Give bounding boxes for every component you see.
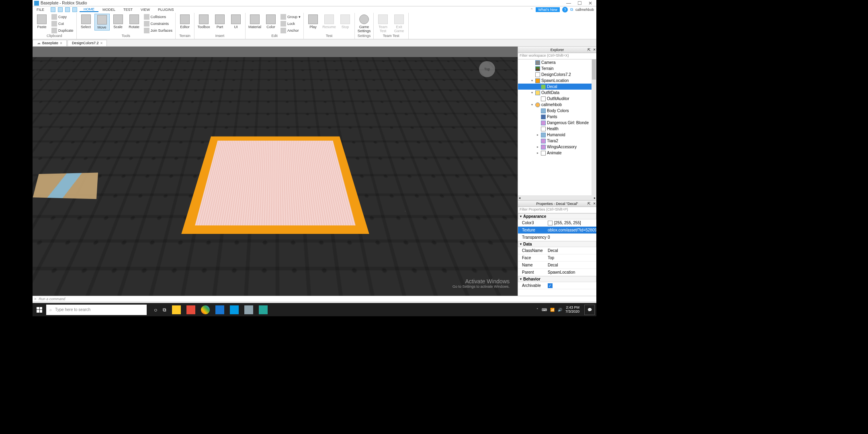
- tree-row[interactable]: Body Colors: [518, 108, 596, 114]
- prop-transparency[interactable]: Transparency 0: [518, 234, 596, 241]
- command-bar[interactable]: > Run a command: [33, 296, 596, 301]
- qat-undo-icon[interactable]: [58, 7, 63, 12]
- team-test-button[interactable]: Team Test: [375, 14, 391, 34]
- group-button[interactable]: Group ▾: [279, 14, 302, 20]
- task-view-icon[interactable]: ⧉: [163, 307, 166, 313]
- tree-row[interactable]: ▸Humanoid: [518, 132, 596, 138]
- cut-button[interactable]: Cut: [50, 20, 75, 27]
- join-surfaces-button[interactable]: Join Surfaces: [143, 27, 174, 34]
- input-icon[interactable]: ⌨: [542, 308, 547, 312]
- doc-tab-designcolors[interactable]: DesignColors7.2 ×: [68, 40, 107, 46]
- resume-button[interactable]: Resume: [321, 14, 337, 30]
- view-cube[interactable]: Top: [479, 61, 495, 77]
- user-name[interactable]: callmehbob: [575, 8, 594, 12]
- tree-row[interactable]: ▸WingsAccessory: [518, 144, 596, 150]
- tree-row[interactable]: Health: [518, 126, 596, 132]
- tab-test[interactable]: TEST: [119, 8, 137, 12]
- collisions-toggle[interactable]: Collisions: [143, 14, 174, 20]
- color-button[interactable]: Color: [263, 14, 278, 30]
- scale-button[interactable]: Scale: [111, 14, 126, 30]
- taskbar-clock[interactable]: 2:43 PM 7/3/2020: [565, 306, 579, 314]
- viewport-3d[interactable]: Top Activate Windows Go to Settings to a…: [33, 47, 518, 296]
- exit-game-button[interactable]: Exit Game: [391, 14, 407, 34]
- tab-model[interactable]: MODEL: [98, 8, 119, 12]
- prop-name[interactable]: Name Decal: [518, 262, 596, 269]
- material-button[interactable]: Material: [247, 14, 262, 30]
- app-icon-2[interactable]: [215, 305, 224, 314]
- app-icon-4[interactable]: [244, 305, 253, 314]
- maximize-button[interactable]: ☐: [577, 0, 582, 6]
- help-icon[interactable]: ?: [562, 7, 568, 12]
- expand-arrow-icon[interactable]: ▾: [530, 91, 534, 94]
- move-button[interactable]: Move: [94, 14, 110, 31]
- tree-row[interactable]: Camera: [518, 59, 596, 66]
- paste-button[interactable]: Paste: [34, 14, 49, 30]
- close-button[interactable]: ✕: [588, 0, 592, 6]
- toolbox-button[interactable]: Toolbox: [196, 14, 211, 30]
- constraints-toggle[interactable]: Constraints: [143, 20, 174, 27]
- prop-archivable[interactable]: Archivable ✓: [518, 282, 596, 289]
- app-icon-3[interactable]: [230, 305, 239, 314]
- section-appearance[interactable]: ▾Appearance: [518, 213, 596, 219]
- doc-tab-baseplate[interactable]: ☁ Baseplate ×: [33, 40, 67, 46]
- part-button[interactable]: Part: [212, 14, 227, 30]
- expand-arrow-icon[interactable]: ▸: [536, 133, 540, 137]
- tray-expand-icon[interactable]: ˄: [536, 308, 538, 312]
- h-scrollbar[interactable]: ◂▸: [518, 195, 596, 200]
- qat-play-icon[interactable]: [72, 7, 77, 12]
- pin-icon[interactable]: ⇱: [588, 48, 591, 52]
- expand-arrow-icon[interactable]: ▾: [530, 79, 534, 82]
- prop-face[interactable]: Face Top: [518, 254, 596, 262]
- play-button[interactable]: Play: [305, 14, 321, 30]
- rotate-button[interactable]: Rotate: [127, 14, 142, 30]
- prop-parent[interactable]: Parent SpawnLocation: [518, 269, 596, 276]
- explorer-tree[interactable]: CameraTerrainDesignColors7.2▾SpawnLocati…: [518, 59, 596, 195]
- prop-color3[interactable]: Color3 [255, 255, 255]: [518, 219, 596, 227]
- expand-arrow-icon[interactable]: ▸: [536, 151, 540, 155]
- scrollbar[interactable]: [592, 59, 596, 195]
- tree-row[interactable]: Dangerous Girl: Blonde: [518, 120, 596, 126]
- tab-home[interactable]: HOME: [80, 7, 98, 12]
- tree-row[interactable]: Decal: [518, 84, 596, 90]
- select-button[interactable]: Select: [78, 14, 94, 30]
- share-icon[interactable]: ⧉: [570, 7, 573, 12]
- ui-button[interactable]: UI: [228, 14, 244, 30]
- stop-button[interactable]: Stop: [338, 14, 353, 30]
- terrain-editor-button[interactable]: Editor: [177, 14, 192, 30]
- tree-row[interactable]: ▾SpawnLocation: [518, 78, 596, 84]
- tree-row[interactable]: ▾OutfitData: [518, 90, 596, 96]
- file-explorer-icon[interactable]: [172, 305, 181, 314]
- volume-icon[interactable]: 🔊: [558, 308, 562, 312]
- spawn-location-part[interactable]: [181, 137, 369, 234]
- copy-button[interactable]: Copy: [50, 14, 75, 20]
- chrome-icon[interactable]: [201, 305, 210, 314]
- wifi-icon[interactable]: 📶: [550, 308, 555, 312]
- app-icon-1[interactable]: [186, 305, 195, 314]
- whats-new-button[interactable]: What's New: [536, 7, 560, 12]
- file-menu[interactable]: FILE: [33, 8, 48, 12]
- duplicate-button[interactable]: Duplicate: [50, 27, 75, 34]
- cortana-icon[interactable]: ○: [154, 307, 157, 313]
- start-button[interactable]: [33, 303, 46, 316]
- minimize-button[interactable]: —: [566, 0, 571, 6]
- anchor-button[interactable]: Anchor: [279, 27, 302, 34]
- tree-row[interactable]: ▾callmehbob: [518, 102, 596, 108]
- close-icon[interactable]: ×: [60, 41, 62, 45]
- expand-arrow-icon[interactable]: ▾: [530, 103, 534, 106]
- tab-view[interactable]: VIEW: [137, 8, 154, 12]
- game-settings-button[interactable]: Game Settings: [356, 14, 372, 34]
- taskbar-search[interactable]: ⌕ Type here to search: [46, 305, 147, 315]
- tree-row[interactable]: Terrain: [518, 66, 596, 72]
- close-icon[interactable]: ×: [593, 47, 596, 52]
- section-behavior[interactable]: ▾Behavior: [518, 276, 596, 282]
- notification-icon[interactable]: 💬: [584, 305, 595, 315]
- tree-row[interactable]: OutfitAuditor: [518, 96, 596, 102]
- tree-row[interactable]: Tiara2: [518, 138, 596, 144]
- section-data[interactable]: ▾Data: [518, 241, 596, 247]
- pin-icon[interactable]: ⇱: [588, 202, 591, 206]
- lock-button[interactable]: Lock: [279, 20, 302, 27]
- qat-save-icon[interactable]: [51, 7, 55, 12]
- tree-row[interactable]: ▸Animate: [518, 150, 596, 156]
- qat-redo-icon[interactable]: [65, 7, 70, 12]
- collapse-ribbon-icon[interactable]: ⌃: [530, 8, 533, 12]
